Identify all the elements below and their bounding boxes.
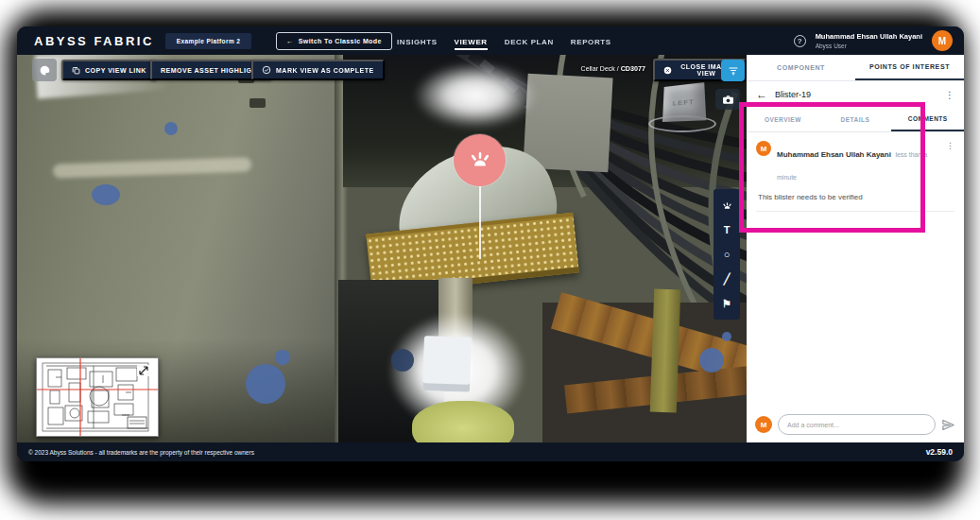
tab-details[interactable]: DETAILS bbox=[819, 108, 892, 131]
filter-button[interactable] bbox=[721, 60, 745, 81]
annotation-dot[interactable] bbox=[722, 332, 731, 341]
photo-olive-pipe bbox=[650, 289, 681, 413]
panoramic-image-viewer[interactable]: COPY VIEW LINK REMOVE ASSET HIGHLIGHT MA… bbox=[17, 55, 747, 442]
deck-plan-minimap[interactable] bbox=[36, 357, 159, 437]
blister-marker[interactable] bbox=[454, 134, 506, 186]
user-avatar[interactable]: M bbox=[932, 30, 953, 51]
switch-classic-mode-label: Switch To Classic Mode bbox=[299, 38, 382, 44]
annotation-dot[interactable] bbox=[246, 364, 285, 404]
circle-tool-icon[interactable]: ○ bbox=[714, 242, 740, 267]
palette-icon bbox=[39, 64, 51, 77]
photo-equipment-box bbox=[422, 336, 472, 392]
copyright-text: © 2023 Abyss Solutions - all trademarks … bbox=[28, 449, 254, 456]
annotation-dot[interactable] bbox=[275, 350, 290, 365]
comment-item: M Muhammad Ehsan Ullah Kayani less than … bbox=[756, 141, 954, 186]
annotation-dot[interactable] bbox=[391, 349, 414, 372]
camera-button[interactable] bbox=[715, 89, 740, 110]
orientation-cube-widget: LEFT bbox=[652, 81, 713, 134]
poi-header: ← Blister-19 ⋮ bbox=[747, 81, 964, 108]
comment-divider bbox=[756, 211, 954, 212]
comment-avatar: M bbox=[756, 141, 771, 156]
app-logo: ABYSS FABRIC bbox=[34, 34, 154, 48]
send-comment-button[interactable] bbox=[941, 418, 955, 432]
version-label: v2.59.0 bbox=[926, 447, 953, 457]
comments-list: M Muhammad Ehsan Ullah Kayani less than … bbox=[747, 132, 964, 407]
copy-view-link-label: COPY VIEW LINK bbox=[85, 67, 146, 74]
nav-reports[interactable]: REPORTS bbox=[571, 28, 611, 54]
copy-view-link-button[interactable]: COPY VIEW LINK bbox=[61, 60, 157, 80]
filter-icon bbox=[728, 65, 739, 77]
poi-title: Blister-19 bbox=[775, 90, 937, 99]
poi-kebab-menu-icon[interactable]: ⋮ bbox=[945, 90, 954, 100]
lamp-tool-icon[interactable] bbox=[714, 193, 740, 217]
nav-viewer[interactable]: VIEWER bbox=[455, 28, 488, 54]
image-code: CD3077 bbox=[621, 64, 645, 73]
platform-selector[interactable]: Example Platform 2 bbox=[165, 33, 252, 49]
back-icon[interactable]: ← bbox=[756, 88, 767, 101]
annotation-dot[interactable] bbox=[699, 348, 724, 373]
main-nav: INSIGHTS VIEWER DECK PLAN REPORTS bbox=[397, 26, 611, 55]
photo-ceiling-light bbox=[414, 62, 537, 129]
poi-sub-tab-bar: OVERVIEW DETAILS COMMENTS bbox=[747, 108, 964, 132]
send-icon bbox=[941, 418, 955, 432]
annotation-dot[interactable] bbox=[92, 184, 120, 205]
comment-kebab-menu-icon[interactable]: ⋮ bbox=[946, 141, 954, 186]
tab-component[interactable]: COMPONENT bbox=[747, 55, 855, 80]
orientation-cube[interactable]: LEFT bbox=[662, 82, 706, 122]
minimap-floorplan bbox=[37, 358, 158, 436]
minimap-expand-icon bbox=[137, 365, 150, 376]
camera-icon bbox=[722, 95, 734, 105]
comment-meta: Muhammad Ehsan Ullah Kayani less than a … bbox=[777, 141, 940, 186]
photo-door-hinge bbox=[249, 98, 266, 108]
comment-text: This blister needs to be verified bbox=[758, 193, 954, 201]
panel-tab-bar: COMPONENT POINTS OF INTEREST bbox=[747, 55, 964, 81]
help-icon[interactable]: ? bbox=[794, 35, 806, 47]
photo-concrete-block bbox=[523, 74, 612, 173]
comment-author: Muhammad Ehsan Ullah Kayani bbox=[777, 150, 891, 159]
remove-asset-highlight-label: REMOVE ASSET HIGHLIGHT bbox=[161, 67, 262, 74]
check-circle-icon bbox=[262, 65, 271, 75]
mark-view-complete-label: MARK VIEW AS COMPLETE bbox=[276, 67, 374, 74]
copy-icon bbox=[72, 66, 80, 75]
comment-input[interactable] bbox=[778, 414, 936, 435]
tab-overview[interactable]: OVERVIEW bbox=[747, 108, 819, 131]
footer-bar: © 2023 Abyss Solutions - all trademarks … bbox=[17, 442, 964, 461]
nav-insights[interactable]: INSIGHTS bbox=[397, 28, 438, 54]
right-sidebar-panel: COMPONENT POINTS OF INTEREST ← Blister-1… bbox=[747, 55, 964, 442]
screenshot-stage: ABYSS FABRIC Example Platform 2 ← Switch… bbox=[0, 0, 980, 520]
tab-comments[interactable]: COMMENTS bbox=[891, 108, 964, 131]
line-tool-icon[interactable]: ╱ bbox=[714, 267, 740, 291]
back-arrow-icon: ← bbox=[286, 38, 293, 44]
mark-view-complete-button[interactable]: MARK VIEW AS COMPLETE bbox=[251, 60, 385, 80]
tab-points-of-interest[interactable]: POINTS OF INTEREST bbox=[855, 55, 964, 80]
marker-leader-line bbox=[479, 185, 481, 259]
header-right: ? Muhammad Ehsan Ullah Kayani Abyss User… bbox=[794, 26, 953, 55]
switch-classic-mode-button[interactable]: ← Switch To Classic Mode bbox=[276, 32, 391, 50]
top-header-bar: ABYSS FABRIC Example Platform 2 ← Switch… bbox=[17, 26, 964, 55]
input-avatar: M bbox=[755, 416, 772, 433]
text-tool-icon[interactable]: T bbox=[714, 217, 740, 242]
blister-icon bbox=[468, 148, 492, 173]
user-name: Muhammad Ehsan Ullah Kayani bbox=[816, 32, 922, 41]
annotation-dot[interactable] bbox=[164, 122, 178, 135]
deck-location-label: Cellar Deck / CD3077 bbox=[546, 64, 645, 73]
user-meta: Muhammad Ehsan Ullah Kayani Abyss User bbox=[816, 32, 922, 49]
close-icon bbox=[663, 65, 672, 76]
viewer-tool-column: T ○ ╱ ⚑ bbox=[714, 189, 740, 320]
user-role: Abyss User bbox=[816, 43, 922, 49]
photo-green-tank bbox=[412, 401, 514, 442]
comment-input-row: M bbox=[747, 407, 964, 442]
app-window: ABYSS FABRIC Example Platform 2 ← Switch… bbox=[17, 26, 964, 461]
nav-deck-plan[interactable]: DECK PLAN bbox=[505, 28, 554, 54]
palette-button[interactable] bbox=[32, 59, 57, 81]
flag-tool-icon[interactable]: ⚑ bbox=[714, 291, 740, 316]
